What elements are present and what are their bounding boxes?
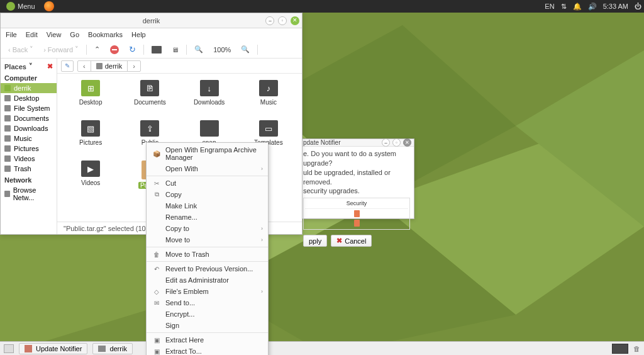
ctx-extract-to[interactable]: ▣Extract To...	[147, 346, 268, 355]
chevron-left-icon: ‹	[8, 46, 11, 54]
menu-file[interactable]: File	[6, 31, 17, 38]
menu-bookmarks[interactable]: Bookmarks	[88, 31, 123, 38]
volume-icon[interactable]: 🔊	[588, 3, 597, 11]
ctx-make-link[interactable]: Make Link	[147, 200, 268, 211]
breadcrumb-back[interactable]: ‹	[78, 61, 91, 71]
trash-icon: 🗑	[153, 251, 160, 258]
update-row[interactable]	[305, 218, 408, 228]
sidebar-item-browse-network[interactable]: Browse Netw...	[1, 185, 57, 203]
update-notifier-titlebar[interactable]: pdate Notifier ‒ ▫ ✕	[299, 139, 414, 147]
menu-go[interactable]: Go	[70, 31, 79, 38]
ctx-move-to-trash[interactable]: 🗑Move to Trash	[147, 249, 268, 260]
sidebar-item-trash[interactable]: Trash	[1, 164, 57, 174]
menu-edit[interactable]: Edit	[26, 31, 38, 38]
folder-music[interactable]: ♪Music	[239, 80, 298, 120]
folder-documents[interactable]: 🖹Documents	[120, 80, 179, 120]
chevron-right-icon: ›	[261, 225, 263, 232]
desktop-folder-icon: ⊞	[81, 80, 100, 96]
chevron-right-icon: ›	[261, 166, 263, 172]
stop-button[interactable]	[108, 44, 121, 55]
sidebar-item-downloads[interactable]: Downloads	[1, 123, 57, 133]
up-button[interactable]: ⌃	[92, 44, 103, 55]
maximize-button[interactable]: ▫	[278, 16, 287, 25]
computer-icon: 🖥	[172, 46, 179, 54]
taskbar-update-notifier[interactable]: Update Notifier	[19, 343, 87, 354]
folder-downloads[interactable]: ↓Downloads	[180, 80, 239, 120]
ctx-open-with-engrampa[interactable]: 📦Open With Engrampa Archive Manager	[147, 144, 268, 163]
sidebar-item-pictures[interactable]: Pictures	[1, 144, 57, 154]
zoom-in-button[interactable]: 🔍	[238, 44, 252, 55]
emblem-icon: ◇	[153, 288, 160, 295]
folder-desktop[interactable]: ⊞Desktop	[61, 80, 120, 120]
sidebar-item-desktop[interactable]: Desktop	[1, 93, 57, 103]
stop-icon	[110, 45, 119, 54]
firefox-launcher[interactable]	[44, 1, 54, 11]
ctx-edit-as-admin[interactable]: Edit as Administrator	[147, 274, 268, 286]
sidebar-item-filesystem[interactable]: File System	[1, 103, 57, 113]
ctx-sign[interactable]: Sign	[147, 320, 268, 331]
edit-path-button[interactable]: ✎	[61, 60, 74, 72]
ctx-emblem[interactable]: ◇File's Emblem›	[147, 286, 268, 297]
sidebar-item-videos[interactable]: Videos	[1, 154, 57, 164]
workspace-switcher[interactable]	[612, 344, 628, 354]
breadcrumb-current[interactable]: derrik	[91, 61, 128, 71]
cancel-button[interactable]: ✖Cancel	[331, 235, 372, 247]
ctx-rename[interactable]: Rename...	[147, 211, 268, 223]
home-button[interactable]	[149, 45, 164, 55]
update-text-line: uld be upgraded, installed or removed.	[303, 168, 410, 187]
ctx-separator	[147, 247, 268, 247]
sidebar-item-documents[interactable]: Documents	[1, 113, 57, 123]
menu-view[interactable]: View	[47, 31, 62, 38]
notification-icon[interactable]: 🔔	[573, 3, 582, 11]
ctx-copy-to[interactable]: Copy to›	[147, 223, 268, 234]
sidebar-item-home[interactable]: derrik	[1, 83, 57, 93]
minimize-button[interactable]: ‒	[382, 138, 390, 147]
breadcrumb-forward[interactable]: ›	[128, 61, 140, 71]
places-header[interactable]: Places ˅ ✖	[1, 61, 57, 72]
ctx-cut[interactable]: ✂Cut	[147, 178, 268, 189]
close-button[interactable]: ✕	[403, 138, 411, 147]
ctx-send-to[interactable]: ✉Send to...	[147, 297, 268, 308]
network-icon[interactable]: ⇅	[561, 3, 567, 11]
update-text-line: security upgrades.	[303, 186, 410, 196]
fm-titlebar[interactable]: derrik ‒ ▫ ✕	[1, 13, 302, 28]
minimize-button[interactable]: ‒	[265, 16, 274, 25]
sidebar-item-music[interactable]: Music	[1, 133, 57, 144]
trash-applet[interactable]: 🗑	[633, 345, 640, 352]
fm-sidebar: Places ˅ ✖ Computer derrik Desktop File …	[1, 59, 57, 234]
folder-icon	[4, 145, 11, 152]
ctx-open-with[interactable]: Open With›	[147, 163, 268, 174]
close-button[interactable]: ✕	[291, 16, 299, 25]
ctx-encrypt[interactable]: Encrypt...	[147, 308, 268, 320]
reload-icon: ↻	[129, 45, 136, 54]
menu-help[interactable]: Help	[131, 31, 146, 38]
maximize-button[interactable]: ▫	[392, 138, 401, 147]
clock[interactable]: 5:33 AM	[603, 3, 628, 10]
ctx-revert[interactable]: ↶Revert to Previous Version...	[147, 263, 268, 274]
ctx-move-to[interactable]: Move to›	[147, 234, 268, 245]
toolbar-separator	[86, 45, 87, 55]
computer-button[interactable]: 🖥	[169, 45, 181, 55]
folder-videos[interactable]: ▶Videos	[61, 161, 120, 201]
taskbar-file-manager[interactable]: derrik	[92, 343, 133, 354]
zoom-out-button[interactable]: 🔍	[192, 44, 206, 55]
main-menu-button[interactable]: Menu	[3, 2, 39, 11]
templates-folder-icon: ▭	[259, 120, 278, 137]
ctx-copy[interactable]: ⧉Copy	[147, 189, 268, 200]
close-sidebar-icon[interactable]: ✖	[47, 62, 53, 70]
app-icon	[25, 345, 32, 352]
show-desktop-button[interactable]	[4, 344, 14, 353]
update-list: Security	[303, 198, 410, 230]
public-folder-icon: ⇪	[140, 120, 159, 137]
keyboard-indicator[interactable]: EN	[545, 3, 554, 10]
folder-pictures[interactable]: ▧Pictures	[61, 120, 120, 161]
power-icon[interactable]: ⏻	[635, 3, 641, 10]
apply-button[interactable]: pply	[303, 235, 327, 247]
ctx-extract-here[interactable]: ▣Extract Here	[147, 334, 268, 346]
zoom-level[interactable]: 100%	[211, 45, 233, 55]
forward-button[interactable]: ›Forward ˅	[41, 44, 81, 55]
update-row[interactable]	[305, 209, 408, 218]
back-button[interactable]: ‹Back ˅	[6, 44, 36, 55]
reload-button[interactable]: ↻	[126, 43, 138, 55]
ctx-separator	[147, 176, 268, 176]
